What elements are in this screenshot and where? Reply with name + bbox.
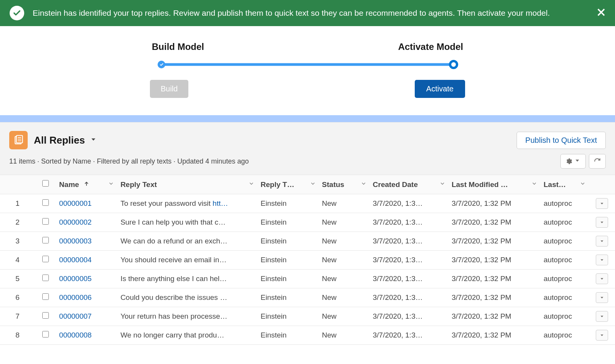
row-modified: 3/7/2020, 1:32 PM xyxy=(449,232,540,250)
chevron-down-icon[interactable] xyxy=(361,180,367,189)
row-action-cell xyxy=(589,326,615,344)
row-modified: 3/7/2020, 1:32 PM xyxy=(449,269,540,288)
row-name[interactable]: 00000008 xyxy=(56,326,118,344)
success-banner: Einstein has identified your top replies… xyxy=(0,0,615,26)
col-header-modified[interactable]: Last Modified … xyxy=(449,175,540,194)
row-modified: 3/7/2020, 1:32 PM xyxy=(449,250,540,269)
chevron-down-icon[interactable] xyxy=(310,180,316,189)
row-name[interactable]: 00000007 xyxy=(56,307,118,326)
row-checkbox[interactable] xyxy=(42,199,49,206)
divider-band xyxy=(0,115,615,122)
row-last: autoproc xyxy=(540,269,588,288)
list-settings-button[interactable] xyxy=(560,154,586,169)
row-action-menu[interactable] xyxy=(596,255,608,265)
stage-label-build: Build Model xyxy=(152,41,204,52)
row-checkbox-cell[interactable] xyxy=(35,307,56,326)
publish-to-quick-text-button[interactable]: Publish to Quick Text xyxy=(517,132,606,149)
row-action-menu[interactable] xyxy=(596,292,608,303)
col-header-name[interactable]: Name xyxy=(56,175,118,194)
chevron-down-icon[interactable] xyxy=(248,180,254,189)
activate-button[interactable]: Activate xyxy=(415,80,465,98)
row-reply-text: We can do a refund or an exch… xyxy=(117,232,258,250)
row-action-menu[interactable] xyxy=(596,217,608,228)
row-number: 7 xyxy=(0,307,35,326)
row-last: autoproc xyxy=(540,232,588,250)
row-reply-text: Could you describe the issues … xyxy=(117,288,258,307)
row-checkbox-cell[interactable] xyxy=(35,213,56,232)
list-title[interactable]: All Replies xyxy=(34,134,85,146)
row-checkbox[interactable] xyxy=(42,275,49,281)
table-row: 300000003We can do a refund or an exch…E… xyxy=(0,232,615,250)
row-checkbox[interactable] xyxy=(42,218,49,225)
row-created: 3/7/2020, 1:3… xyxy=(370,194,449,213)
col-header-number xyxy=(0,175,35,194)
row-reply-t: Einstein xyxy=(258,250,319,269)
col-header-actions xyxy=(589,175,615,194)
table-row: 100000001To reset your password visit ht… xyxy=(0,194,615,213)
col-header-status[interactable]: Status xyxy=(319,175,370,194)
row-checkbox-cell[interactable] xyxy=(35,232,56,250)
row-reply-t: Einstein xyxy=(258,213,319,232)
row-name[interactable]: 00000001 xyxy=(56,194,118,213)
row-number: 5 xyxy=(0,269,35,288)
list-object-icon xyxy=(9,131,28,149)
table-row: 200000002Sure I can help you with that c… xyxy=(0,213,615,232)
row-status: New xyxy=(319,288,370,307)
stage-track xyxy=(158,61,457,68)
row-checkbox-cell[interactable] xyxy=(35,269,56,288)
col-header-select-all[interactable] xyxy=(35,175,56,194)
col-header-reply-t[interactable]: Reply T… xyxy=(258,175,319,194)
row-checkbox-cell[interactable] xyxy=(35,194,56,213)
chevron-down-icon[interactable] xyxy=(580,180,586,189)
row-checkbox-cell[interactable] xyxy=(35,250,56,269)
row-name[interactable]: 00000006 xyxy=(56,288,118,307)
row-name[interactable]: 00000002 xyxy=(56,213,118,232)
row-created: 3/7/2020, 1:3… xyxy=(370,288,449,307)
chevron-down-icon[interactable] xyxy=(108,180,114,189)
row-last: autoproc xyxy=(540,194,588,213)
row-checkbox-cell[interactable] xyxy=(35,326,56,344)
close-icon[interactable] xyxy=(596,7,607,19)
col-header-created[interactable]: Created Date xyxy=(370,175,449,194)
row-action-cell xyxy=(589,288,615,307)
row-reply-text: You should receive an email in… xyxy=(117,250,258,269)
row-action-cell xyxy=(589,269,615,288)
row-checkbox[interactable] xyxy=(42,256,49,262)
row-name[interactable]: 00000004 xyxy=(56,250,118,269)
reply-table: Name Reply Text Reply T… Status C xyxy=(0,175,615,345)
row-status: New xyxy=(319,269,370,288)
row-name[interactable]: 00000005 xyxy=(56,269,118,288)
row-status: New xyxy=(319,232,370,250)
build-button[interactable]: Build xyxy=(150,80,188,98)
row-action-menu[interactable] xyxy=(596,273,608,284)
chevron-down-icon[interactable] xyxy=(531,180,537,189)
refresh-button[interactable] xyxy=(589,154,606,169)
row-name[interactable]: 00000003 xyxy=(56,232,118,250)
select-all-checkbox[interactable] xyxy=(42,180,49,187)
row-status: New xyxy=(319,194,370,213)
row-modified: 3/7/2020, 1:32 PM xyxy=(449,194,540,213)
row-reply-t: Einstein xyxy=(258,288,319,307)
model-stage: Build Model Activate Model Build Activat… xyxy=(0,26,615,115)
chevron-down-icon[interactable] xyxy=(439,180,445,189)
row-checkbox[interactable] xyxy=(42,237,49,243)
row-action-cell xyxy=(589,307,615,326)
row-action-menu[interactable] xyxy=(596,236,608,247)
row-action-menu[interactable] xyxy=(596,198,608,209)
row-action-cell xyxy=(589,250,615,269)
row-status: New xyxy=(319,326,370,344)
row-created: 3/7/2020, 1:3… xyxy=(370,326,449,344)
row-created: 3/7/2020, 1:3… xyxy=(370,307,449,326)
row-checkbox[interactable] xyxy=(42,293,49,300)
row-action-menu[interactable] xyxy=(596,330,608,341)
chevron-down-icon[interactable] xyxy=(90,136,97,145)
row-checkbox[interactable] xyxy=(42,331,49,338)
row-checkbox[interactable] xyxy=(42,312,49,319)
col-header-last[interactable]: Last… xyxy=(540,175,588,194)
row-checkbox-cell[interactable] xyxy=(35,288,56,307)
stage-node-build xyxy=(158,61,165,68)
table-row: 500000005Is there anything else I can he… xyxy=(0,269,615,288)
stage-label-activate: Activate Model xyxy=(398,41,463,52)
row-action-menu[interactable] xyxy=(596,311,608,322)
col-header-reply-text[interactable]: Reply Text xyxy=(117,175,258,194)
